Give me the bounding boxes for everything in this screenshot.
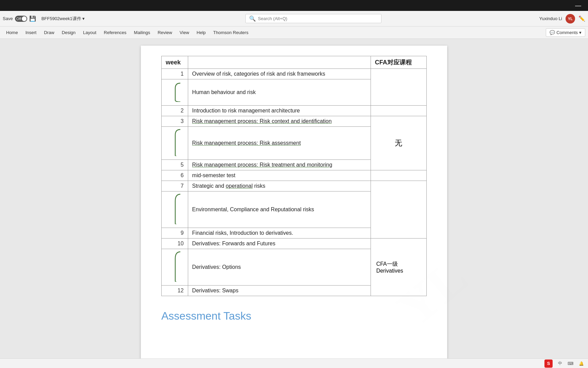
save-area: Save Off 💾 xyxy=(3,15,36,22)
document-name[interactable]: BFF5902week1课件 ▾ xyxy=(39,15,88,22)
week-num-3: 3 xyxy=(162,116,188,127)
topic-cell-11: Derivatives: Options xyxy=(188,249,371,286)
brace-svg-D xyxy=(174,251,184,282)
assessment-title: Assessment Tasks xyxy=(161,310,427,322)
week-num-8 xyxy=(162,191,188,228)
topic-cell-1: Overview of risk, categories of risk and… xyxy=(188,69,371,79)
topic-cell-6: mid-semester test xyxy=(188,170,371,181)
week-num-1b xyxy=(162,79,188,106)
week-num-4 xyxy=(162,127,188,160)
autosave-toggle[interactable]: Off xyxy=(15,16,27,22)
week-num-2: 2 xyxy=(162,106,188,116)
title-bar: Save Off 💾 BFF5902week1课件 ▾ 🔍 Yuxinduo L… xyxy=(0,11,588,27)
sogou-icon[interactable]: S xyxy=(544,359,553,368)
status-right: S 中 ⌨ 🔔 xyxy=(544,359,584,368)
week-num-12: 12 xyxy=(162,286,188,296)
menu-insert[interactable]: Insert xyxy=(22,29,40,36)
menu-mailings[interactable]: Mailings xyxy=(131,29,154,36)
minimize-button[interactable]: — xyxy=(572,2,584,9)
toggle-off-label: Off xyxy=(16,17,21,21)
menu-review[interactable]: Review xyxy=(154,29,176,36)
topic-cell-3: Risk management process: Risk context an… xyxy=(188,116,371,127)
lang-indicator[interactable]: 中 xyxy=(558,361,562,366)
topic-cell-12: Derivatives: Swaps xyxy=(188,286,371,296)
schedule-table: week CFA对应课程 1 Overview of risk, categor… xyxy=(161,56,427,296)
user-name: Yuxinduo Li xyxy=(539,16,562,21)
menu-help[interactable]: Help xyxy=(193,29,209,36)
assessment-section: Assessment Tasks xyxy=(161,310,427,322)
week-num-6: 6 xyxy=(162,170,188,181)
topic-cell-7: Strategic and operational risks xyxy=(188,181,371,191)
table-row: 6 mid-semester test xyxy=(162,170,427,181)
brace-svg-A xyxy=(174,81,184,102)
comments-chevron: ▾ xyxy=(579,30,582,35)
brace-svg-B xyxy=(174,129,184,156)
topic-cell-9: Financial risks, Introduction to derivat… xyxy=(188,228,371,239)
avatar: YL xyxy=(566,14,575,24)
header-cfa: CFA对应课程 xyxy=(371,56,426,69)
comments-button[interactable]: 💬 Comments ▾ xyxy=(546,28,585,37)
top-bar: — xyxy=(0,0,588,11)
week-num-9: 9 xyxy=(162,228,188,239)
week-num-1: 1 xyxy=(162,69,188,79)
cfa-cell-79 xyxy=(371,181,426,239)
menu-design[interactable]: Design xyxy=(59,29,79,36)
week-num-11 xyxy=(162,249,188,286)
status-bar: S 中 ⌨ 🔔 xyxy=(0,358,588,368)
menu-layout[interactable]: Layout xyxy=(80,29,100,36)
topic-cell-8: Environmental, Compliance and Reputation… xyxy=(188,191,371,228)
brace-svg-C xyxy=(174,194,184,224)
week-num-5: 5 xyxy=(162,160,188,170)
comments-label: Comments xyxy=(556,30,578,35)
notification-icon: 🔔 xyxy=(579,361,584,366)
topic-cell-1b: Human behaviour and risk xyxy=(188,79,371,106)
table-row: 10 Derivatives: Forwards and Futures CFA… xyxy=(162,239,427,249)
cfa-cell-6 xyxy=(371,170,426,181)
week-num-7: 7 xyxy=(162,181,188,191)
search-icon: 🔍 xyxy=(249,15,256,22)
menu-thomson-reuters[interactable]: Thomson Reuters xyxy=(210,29,252,36)
save-icon[interactable]: 💾 xyxy=(29,15,36,22)
cfa-cell-35: 无 xyxy=(371,116,426,170)
menu-home[interactable]: Home xyxy=(3,29,21,36)
user-area: Yuxinduo Li YL ✏️ xyxy=(539,14,585,24)
header-content xyxy=(188,56,371,69)
content-area: YL week CFA对应课程 1 xyxy=(0,39,588,368)
document-page: YL week CFA对应课程 1 xyxy=(141,46,447,361)
topic-cell-2: Introduction to risk management architec… xyxy=(188,106,371,116)
search-input[interactable] xyxy=(258,16,378,21)
table-row: 7 Strategic and operational risks xyxy=(162,181,427,191)
table-row: 3 Risk management process: Risk context … xyxy=(162,116,427,127)
week-num-10: 10 xyxy=(162,239,188,249)
search-input-wrap[interactable]: 🔍 xyxy=(245,14,381,23)
cfa-cell-12 xyxy=(371,69,426,106)
input-icon[interactable]: ⌨ xyxy=(568,361,573,366)
menu-view[interactable]: View xyxy=(176,29,193,36)
menu-draw[interactable]: Draw xyxy=(40,29,58,36)
topic-cell-4: Risk management process: Risk assessment xyxy=(188,127,371,160)
save-label: Save xyxy=(3,16,13,21)
topic-cell-10: Derivatives: Forwards and Futures xyxy=(188,239,371,249)
menu-references[interactable]: References xyxy=(100,29,130,36)
comment-icon: 💬 xyxy=(550,30,555,35)
cfa-cell-2 xyxy=(371,106,426,116)
menu-bar: Home Insert Draw Design Layout Reference… xyxy=(0,27,588,39)
table-header-row: week CFA对应课程 xyxy=(162,56,427,69)
search-bar: 🔍 xyxy=(90,14,536,23)
table-row: 1 Overview of risk, categories of risk a… xyxy=(162,69,427,79)
header-week: week xyxy=(162,56,188,69)
cfa-cell-1012: CFA一级 Derivatives xyxy=(371,239,426,296)
pen-icon[interactable]: ✏️ xyxy=(578,15,585,22)
table-row: 2 Introduction to risk management archit… xyxy=(162,106,427,116)
topic-cell-5: Risk management process: Risk treatment … xyxy=(188,160,371,170)
